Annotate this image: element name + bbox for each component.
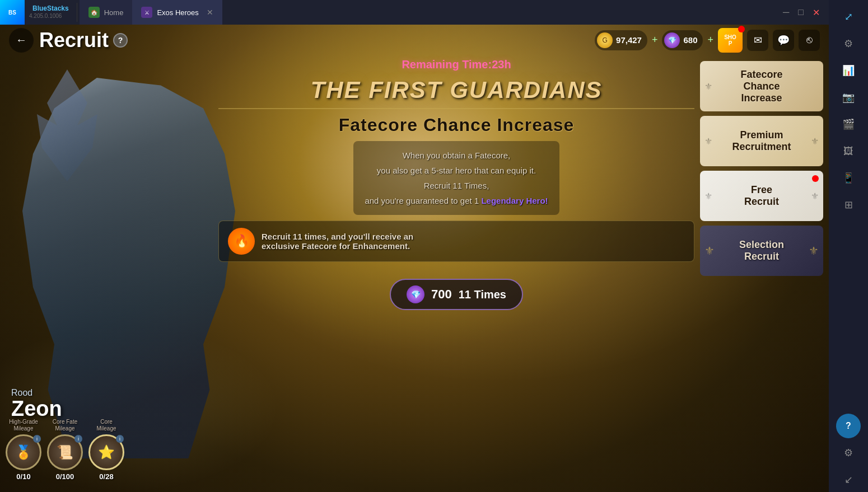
mail-button[interactable]: ✉: [747, 30, 768, 51]
record-icon[interactable]: 🎬: [836, 112, 861, 137]
flame-icon: 🔥: [228, 228, 255, 255]
game-icon: ⚔: [141, 7, 152, 18]
mileage-info-icon[interactable]: i: [33, 435, 41, 443]
deco-right-selection: ⚜: [809, 244, 819, 257]
shop-label: SHOP: [724, 34, 736, 46]
deco-right-free: ⚜: [811, 191, 819, 202]
back-nav-icon[interactable]: ↙: [836, 467, 861, 492]
gem-currency: 💎 680: [662, 30, 703, 50]
help-button[interactable]: ?: [113, 33, 128, 48]
mileage-high-grade: High-GradeMileage 🏅 i 0/10: [6, 419, 41, 481]
page-title: Recruit: [39, 29, 109, 52]
deco-right-premium: ⚜: [811, 136, 819, 147]
selection-recruit-button[interactable]: ⚜ SelectionRecruit ⚜: [700, 226, 823, 276]
minimize-icon[interactable]: ─: [783, 7, 789, 17]
performance-icon[interactable]: 📊: [836, 58, 861, 83]
recruit-gem-icon: 💎: [407, 285, 424, 303]
shop-badge: [738, 26, 745, 32]
mileage-core-icon: ⭐ i: [88, 434, 124, 470]
maximize-icon[interactable]: □: [798, 7, 804, 17]
deco-left-selection: ⚜: [704, 244, 715, 257]
shop-button[interactable]: SHOP: [718, 28, 743, 53]
tab-home[interactable]: 🏠 Home: [80, 0, 133, 25]
currency-group: G 97,427 + 💎 680 + SHOP ✉ 💬 ⎋: [595, 28, 820, 53]
desc-line1: When you obtain a Fatecore,: [403, 151, 511, 160]
chat-button[interactable]: 💬: [773, 30, 794, 51]
banner-title: THE FIRST GUARDIANS: [218, 77, 694, 109]
home-icon: 🏠: [88, 7, 100, 18]
premium-recruitment-button[interactable]: ⚜ PremiumRecruitment ⚜: [700, 116, 823, 166]
mileage-core-fate-icon: 📜 i: [47, 434, 83, 470]
character-area: Rood Zeon High-GradeMileage 🏅 i 0/10 Cor…: [0, 25, 252, 492]
fatecore-button-label: FatecoreChanceIncrease: [735, 69, 788, 104]
mileage-high-grade-count: 0/10: [16, 472, 30, 481]
center-content: Remaining Time:23h THE FIRST GUARDIANS F…: [218, 58, 694, 310]
expand-icon[interactable]: ⤢: [836, 4, 861, 29]
mileage-core-fate-count: 0/100: [56, 472, 74, 481]
desc-line3: Recruit 11 Times,: [424, 181, 489, 190]
app-version: 4.205.0.1006: [29, 13, 72, 20]
mileage-core-fate: Core FateMileage 📜 i 0/100: [47, 419, 83, 481]
fatecore-chance-button[interactable]: ⚜ FatecoreChanceIncrease: [700, 61, 823, 111]
logout-button[interactable]: ⎋: [799, 30, 820, 51]
app-name: BlueStacks: [29, 5, 72, 12]
tab-close-icon[interactable]: ✕: [207, 8, 213, 17]
add-gem-button[interactable]: +: [707, 34, 713, 46]
mileage-core-info-icon[interactable]: i: [116, 435, 124, 443]
mileage-high-grade-label: High-GradeMileage: [9, 419, 38, 432]
back-button[interactable]: ←: [9, 28, 34, 53]
window-controls: ─ □ ✕: [783, 7, 829, 18]
recruit-label: 11 Times: [459, 288, 506, 301]
mileage-core: CoreMileage ⭐ i 0/28: [88, 419, 124, 481]
bluestacks-logo: BS: [0, 0, 25, 25]
char-name-area: Rood Zeon: [11, 388, 62, 419]
tab-game-label: Exos Heroes: [157, 8, 198, 17]
deco-left-premium: ⚜: [704, 136, 712, 147]
gold-currency: G 97,427: [595, 30, 647, 50]
banner-description: When you obtain a Fatecore, you also get…: [353, 141, 559, 215]
mileage-core-fate-info-icon[interactable]: i: [74, 435, 82, 443]
deco-left-fatecore: ⚜: [704, 81, 712, 92]
bonus-text: Recruit 11 times, and you'll receive ane…: [262, 232, 413, 251]
recruit-button[interactable]: 💎 700 11 Times: [390, 279, 523, 310]
gem-icon: 💎: [664, 32, 680, 48]
mileage-high-grade-icon: 🏅 i: [6, 434, 41, 470]
remaining-time: Remaining Time:23h: [402, 58, 511, 71]
mileage-core-fate-label: Core FateMileage: [53, 419, 77, 432]
right-panel: ⚜ FatecoreChanceIncrease ⚜ PremiumRecrui…: [694, 55, 829, 282]
free-recruit-notification: [812, 175, 819, 182]
add-gold-button[interactable]: +: [652, 34, 658, 46]
tab-game[interactable]: ⚔ Exos Heroes ✕: [132, 0, 222, 25]
deco-left-free: ⚜: [704, 191, 712, 202]
free-button-label: FreeRecruit: [739, 184, 785, 208]
desc-line4: and you're guaranteed to get 1: [365, 196, 479, 205]
legendary-text: Legendary Hero!: [481, 196, 548, 205]
question-icon[interactable]: ?: [836, 414, 861, 438]
settings-icon[interactable]: ⚙: [836, 31, 861, 56]
mileage-core-label: CoreMileage: [96, 419, 116, 432]
desc-line2: you also get a 5-star hero that can equi…: [377, 166, 536, 175]
recruit-cost: 700: [431, 287, 452, 302]
char-name: Zeon: [11, 398, 62, 419]
banner-subtitle: Fatecore Chance Increase: [339, 115, 575, 135]
mileage-area: High-GradeMileage 🏅 i 0/10 Core FateMile…: [6, 419, 124, 481]
tab-home-label: Home: [104, 8, 124, 17]
bs-right-sidebar: ⤢ ⚙ 📊 📷 🎬 🖼 📱 ⊞ ? ⚙ ↙: [829, 0, 868, 492]
premium-button-label: PremiumRecruitment: [726, 129, 796, 153]
bonus-box: 🔥 Recruit 11 times, and you'll receive a…: [218, 221, 694, 262]
mileage-core-count: 0/28: [99, 472, 113, 481]
phone-icon[interactable]: 📱: [836, 166, 861, 190]
selection-button-label: SelectionRecruit: [734, 239, 790, 263]
gem-amount: 680: [683, 35, 697, 45]
screenshot-icon[interactable]: 📷: [836, 85, 861, 110]
game-area: ← Recruit ? G 97,427 + 💎 680 + SHOP ✉ 💬 …: [0, 25, 829, 492]
free-recruit-button[interactable]: ⚜ FreeRecruit ⚜: [700, 171, 823, 221]
gallery-icon[interactable]: 🖼: [836, 139, 861, 163]
gold-icon: G: [597, 32, 613, 48]
title-bar: BS BlueStacks 4.205.0.1006 🏠 Home ⚔ Exos…: [0, 0, 829, 25]
close-icon[interactable]: ✕: [813, 7, 820, 18]
game-topbar: ← Recruit ? G 97,427 + 💎 680 + SHOP ✉ 💬 …: [0, 25, 829, 55]
multi-icon[interactable]: ⊞: [836, 193, 861, 217]
gear-icon[interactable]: ⚙: [836, 441, 861, 465]
gold-amount: 97,427: [616, 35, 642, 45]
